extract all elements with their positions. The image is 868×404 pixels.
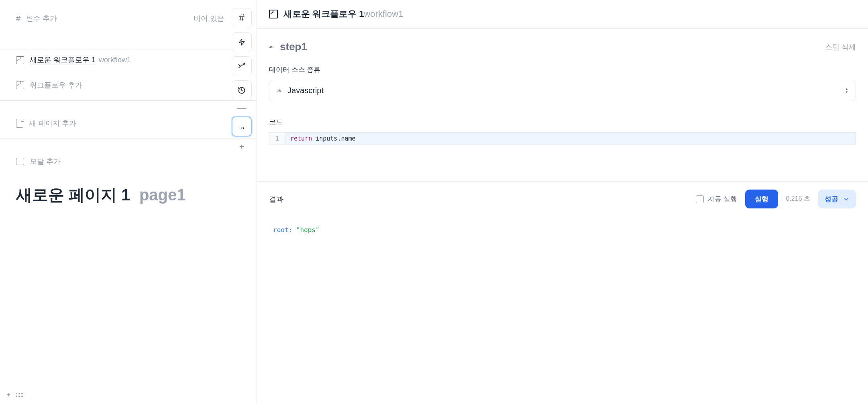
datasource-label: 데이터 소스 종류: [269, 65, 856, 74]
workflow-id: workflow1: [364, 9, 403, 19]
workflow-icon: [16, 56, 24, 64]
svg-marker-0: [239, 39, 245, 45]
route-icon: [238, 62, 246, 70]
run-button[interactable]: 실행: [745, 190, 778, 208]
code-label: 코드: [269, 117, 856, 127]
workflow-icon: [269, 10, 278, 18]
js-badge: JS: [269, 45, 273, 49]
drag-handle-icon[interactable]: [16, 393, 23, 397]
code-expression: inputs.name: [312, 135, 355, 142]
workflow-title: 새로운 워크플로우 1: [283, 8, 364, 20]
add-modal-label: 모달 추가: [30, 157, 61, 166]
hash-icon: #: [16, 14, 20, 23]
result-output: root: "hops": [257, 216, 868, 243]
auto-run-label: 자동 실행: [708, 194, 737, 204]
history-icon: [238, 86, 246, 94]
result-label: 결과: [269, 194, 283, 204]
page-id: page1: [139, 186, 186, 204]
js-icon: JS: [240, 126, 244, 130]
code-editor[interactable]: 1 return inputs.name: [269, 132, 856, 145]
success-label: 성공: [825, 194, 838, 204]
hash-tool-button[interactable]: #: [232, 8, 252, 28]
add-workflow-label: 워크플로우 추가: [30, 80, 82, 90]
workflow-item[interactable]: 새로운 워크플로우 1 workflow1: [0, 49, 257, 71]
chevron-up-down-icon: ▲ ▼: [845, 88, 848, 94]
page-icon: [16, 119, 23, 128]
js-badge: JS: [277, 89, 281, 93]
add-page-button[interactable]: 새 페이지 추가: [0, 113, 257, 139]
step-name[interactable]: step1: [280, 41, 307, 53]
workflow-header: 새로운 워크플로우 1 workflow1: [257, 0, 868, 29]
minimize-button[interactable]: [232, 104, 252, 112]
add-step-button[interactable]: +: [232, 142, 252, 151]
workflow-icon: [16, 81, 24, 89]
auto-run-checkbox[interactable]: 자동 실행: [696, 194, 737, 204]
js-step-button[interactable]: JS: [232, 116, 252, 137]
delete-step-button[interactable]: 스텝 삭제: [825, 42, 856, 52]
checkbox-icon: [696, 195, 704, 203]
variable-empty-label: 비어 있음: [194, 14, 224, 23]
modal-icon: [16, 158, 24, 165]
history-tool-button[interactable]: [232, 80, 252, 100]
bolt-tool-button[interactable]: [232, 32, 252, 52]
add-modal-button[interactable]: 모달 추가: [0, 151, 257, 172]
minimize-icon: [237, 108, 247, 109]
datasource-select[interactable]: JS Javascript ▲ ▼: [269, 80, 856, 101]
bolt-icon: [238, 38, 245, 47]
variable-add-label[interactable]: 변수 추가: [26, 14, 194, 23]
add-workflow-button[interactable]: 워크플로우 추가: [0, 75, 257, 101]
workflow-id: workflow1: [99, 56, 131, 64]
line-number: 1: [269, 135, 285, 142]
chevron-down-icon: [843, 196, 850, 202]
page-title: 새로운 페이지 1: [16, 186, 130, 204]
code-keyword: return: [290, 135, 312, 142]
add-icon[interactable]: +: [6, 391, 11, 399]
route-tool-button[interactable]: [232, 56, 252, 76]
success-badge[interactable]: 성공: [818, 190, 856, 208]
hash-icon: #: [239, 12, 244, 24]
result-key: root:: [273, 226, 292, 234]
timing-label: 0.216 초: [786, 195, 810, 203]
workflow-title: 새로운 워크플로우 1: [30, 55, 96, 65]
add-page-label: 새 페이지 추가: [29, 118, 76, 128]
result-value: "hops": [296, 226, 320, 234]
datasource-value: Javascript: [287, 86, 324, 95]
